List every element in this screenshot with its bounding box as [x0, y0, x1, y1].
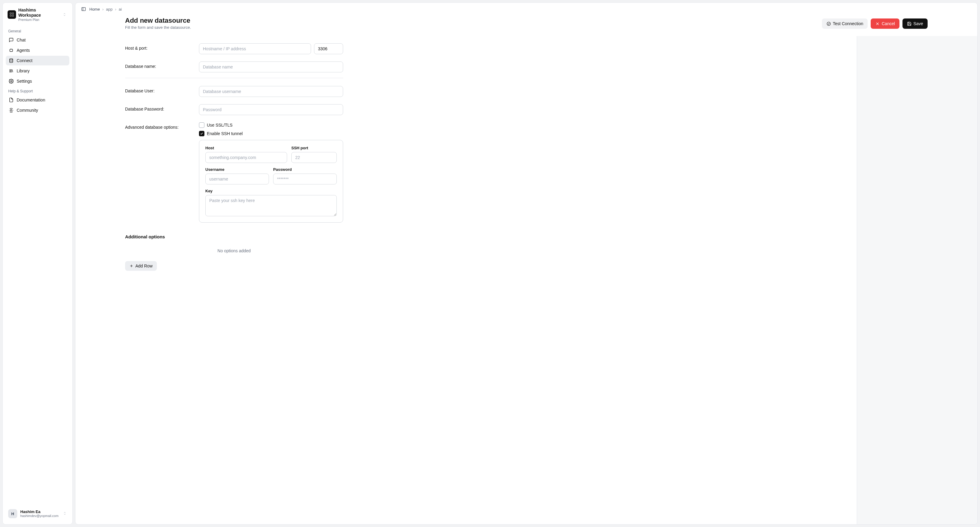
- sidebar-item-label: Library: [17, 68, 30, 73]
- form-scroll[interactable]: Host & port: Database name: Database Use…: [75, 36, 977, 524]
- sidebar-item-label: Connect: [17, 58, 32, 63]
- sidebar-item-label: Community: [17, 108, 38, 113]
- svg-rect-4: [82, 8, 85, 11]
- dbname-label: Database name:: [125, 62, 192, 72]
- save-button[interactable]: Save: [902, 19, 928, 29]
- ssh-password-input[interactable]: [273, 174, 337, 185]
- user-caret-icon[interactable]: [63, 511, 67, 516]
- avatar: H: [8, 509, 17, 518]
- ssh-username-label: Username: [205, 167, 269, 172]
- sidebar: Hashims Workspace Premium Plan General C…: [2, 2, 73, 525]
- breadcrumb-ai[interactable]: ai: [119, 7, 122, 11]
- sidebar-item-label: Chat: [17, 38, 26, 42]
- svg-point-3: [10, 109, 12, 111]
- sidebar-item-library[interactable]: Library: [6, 66, 69, 76]
- check-circle-icon: [826, 22, 831, 26]
- test-connection-button[interactable]: Test Connection: [822, 19, 868, 29]
- row-dbpass: Database Password:: [125, 100, 343, 119]
- button-label: Save: [913, 21, 923, 26]
- sidebar-item-label: Documentation: [17, 97, 45, 102]
- ssh-port-input[interactable]: [291, 152, 337, 163]
- toggle-sidebar-icon[interactable]: [80, 6, 87, 13]
- check-icon: [200, 132, 204, 135]
- user-menu[interactable]: H Hashim Ea hashimdev@yopmail.com: [6, 507, 69, 521]
- svg-point-1: [10, 59, 13, 60]
- row-dbname: Database name:: [125, 58, 343, 76]
- workspace-plan: Premium Plan: [19, 18, 59, 22]
- sidebar-nav-general: Chat Agents Connect Library Settings: [6, 35, 69, 86]
- advanced-options-label: Advanced database options:: [125, 123, 192, 223]
- ssh-enable-checkbox[interactable]: [199, 131, 204, 136]
- sidebar-item-documentation[interactable]: Documentation: [6, 95, 69, 105]
- dbpass-input[interactable]: [199, 104, 343, 115]
- row-advanced: Advanced database options: Use SSL/TLS E…: [125, 119, 343, 226]
- workspace-logo-icon: [8, 10, 16, 19]
- row-host-port: Host & port:: [125, 40, 343, 58]
- agents-icon: [9, 48, 14, 53]
- sidebar-nav-help: Documentation Community: [6, 95, 69, 115]
- workspace-name: Hashims Workspace: [19, 8, 59, 18]
- dbuser-input[interactable]: [199, 86, 343, 97]
- documentation-icon: [9, 97, 14, 102]
- page-title: Add new datasource: [125, 17, 822, 24]
- ssh-key-label: Key: [205, 189, 337, 193]
- svg-point-2: [11, 81, 12, 82]
- no-options-message: No options added: [125, 240, 343, 261]
- button-label: Add Row: [135, 263, 153, 268]
- ssh-row-host-port: Host SSH port: [205, 146, 337, 163]
- sidebar-item-label: Agents: [17, 48, 30, 53]
- main: Home › app › ai Add new datasource Fill …: [75, 2, 978, 525]
- sidebar-section-general: General: [6, 26, 69, 35]
- library-icon: [9, 68, 14, 73]
- header-actions: Test Connection Cancel Save: [822, 17, 970, 29]
- sidebar-item-settings[interactable]: Settings: [6, 76, 69, 86]
- hostname-input[interactable]: [199, 43, 311, 54]
- sidebar-item-chat[interactable]: Chat: [6, 35, 69, 45]
- ssh-host-label: Host: [205, 146, 287, 150]
- workspace-caret-icon[interactable]: [62, 11, 68, 18]
- host-port-label: Host & port:: [125, 43, 192, 54]
- chevron-right-icon: ›: [115, 7, 116, 11]
- save-icon: [907, 22, 912, 26]
- sidebar-item-label: Settings: [17, 79, 32, 84]
- user-text: Hashim Ea hashimdev@yopmail.com: [20, 509, 59, 518]
- button-label: Cancel: [881, 21, 895, 26]
- ssh-enable-checkbox-label: Enable SSH tunnel: [207, 131, 243, 136]
- cancel-button[interactable]: Cancel: [871, 19, 899, 29]
- ssh-enable-checkbox-row[interactable]: Enable SSH tunnel: [199, 131, 343, 136]
- ssh-host-input[interactable]: [205, 152, 287, 163]
- ssh-key-textarea[interactable]: [205, 195, 337, 216]
- ssh-username-input[interactable]: [205, 174, 269, 185]
- plus-icon: [129, 264, 134, 268]
- add-row-button[interactable]: Add Row: [125, 261, 157, 271]
- close-icon: [875, 22, 880, 26]
- ssh-password-label: Password: [273, 167, 337, 172]
- svg-rect-0: [10, 49, 13, 51]
- port-input[interactable]: [314, 43, 343, 54]
- right-panel-background: [857, 36, 977, 524]
- dbuser-label: Database User:: [125, 86, 192, 97]
- user-email: hashimdev@yopmail.com: [20, 514, 59, 518]
- sidebar-item-connect[interactable]: Connect: [6, 56, 69, 65]
- page-header: Add new datasource Fill the form and sav…: [75, 16, 977, 36]
- chat-icon: [9, 38, 14, 42]
- chevron-right-icon: ›: [102, 7, 103, 11]
- breadcrumb-home[interactable]: Home: [89, 7, 100, 11]
- sidebar-item-agents[interactable]: Agents: [6, 45, 69, 55]
- connect-icon: [9, 58, 14, 63]
- sidebar-item-community[interactable]: Community: [6, 105, 69, 115]
- workspace-selector[interactable]: Hashims Workspace Premium Plan: [6, 6, 69, 26]
- ssh-panel: Host SSH port Username: [199, 140, 343, 223]
- ssl-checkbox-row[interactable]: Use SSL/TLS: [199, 123, 343, 128]
- breadcrumb-app[interactable]: app: [106, 7, 113, 11]
- page-subtitle: Fill the form and save the datasource.: [125, 25, 822, 30]
- settings-icon: [9, 79, 14, 84]
- workspace-text: Hashims Workspace Premium Plan: [19, 8, 59, 22]
- row-dbuser: Database User:: [125, 83, 343, 100]
- topbar: Home › app › ai: [75, 3, 977, 16]
- ssh-port-label: SSH port: [291, 146, 337, 150]
- ssh-row-key: Key: [205, 189, 337, 216]
- ssl-checkbox[interactable]: [199, 123, 204, 128]
- community-icon: [9, 108, 14, 113]
- dbname-input[interactable]: [199, 62, 343, 72]
